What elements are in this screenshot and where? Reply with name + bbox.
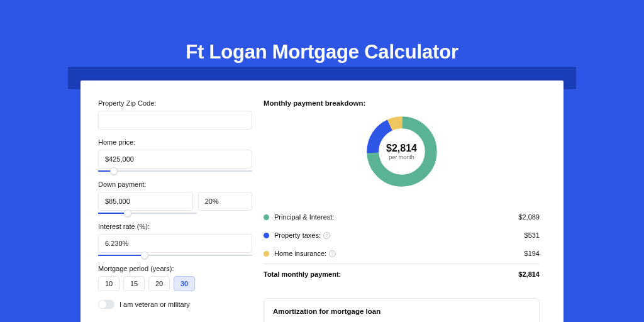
legend-label-text: Home insurance:	[274, 250, 326, 257]
down-payment-row	[98, 192, 252, 211]
veteran-row: I am veteran or military	[98, 300, 252, 309]
form-column: Property Zip Code: Home price: Down paym…	[98, 99, 252, 322]
zip-label: Property Zip Code:	[98, 99, 252, 107]
legend-value: $194	[525, 250, 540, 257]
slider-thumb[interactable]	[141, 252, 148, 259]
donut-wrap: $2,814 per month	[264, 113, 540, 190]
period-btn-30[interactable]: 30	[174, 276, 195, 291]
total-label: Total monthly payment:	[264, 270, 518, 278]
total-row: Total monthly payment: $2,814	[264, 264, 540, 284]
donut-value: $2,814	[386, 143, 417, 154]
zip-input[interactable]	[98, 111, 252, 130]
breakdown-title: Monthly payment breakdown:	[264, 99, 540, 107]
legend-dot	[264, 251, 269, 257]
slider-fill	[98, 213, 128, 214]
interest-slider[interactable]	[98, 255, 252, 256]
down-payment-slider[interactable]	[98, 213, 197, 214]
slider-thumb[interactable]	[110, 167, 118, 175]
legend-label-text: Principal & Interest:	[274, 213, 334, 221]
total-value: $2,814	[518, 270, 540, 278]
breakdown-column: Monthly payment breakdown: $2,814 per mo…	[264, 99, 540, 322]
down-payment-label: Down payment:	[98, 180, 252, 188]
legend-row: Principal & Interest:$2,089	[264, 208, 540, 226]
slider-fill	[98, 255, 145, 256]
legend-row: Property taxes:?$531	[264, 226, 540, 244]
home-price-group: Home price:	[98, 138, 252, 172]
down-payment-group: Down payment:	[98, 180, 252, 214]
legend-dot	[264, 214, 269, 220]
legend-label: Home insurance:?	[274, 250, 525, 257]
period-btn-15[interactable]: 15	[123, 276, 145, 291]
home-price-input[interactable]	[98, 150, 252, 169]
amortization-title: Amortization for mortgage loan	[273, 308, 530, 315]
donut-center: $2,814 per month	[364, 113, 440, 190]
legend: Principal & Interest:$2,089Property taxe…	[264, 208, 540, 262]
home-price-label: Home price:	[98, 138, 252, 146]
veteran-label: I am veteran or military	[119, 301, 190, 308]
legend-label: Property taxes:?	[274, 231, 525, 239]
period-btn-20[interactable]: 20	[148, 276, 170, 291]
legend-label: Principal & Interest:	[274, 213, 518, 221]
page-title: Ft Logan Mortgage Calculator	[0, 41, 644, 64]
legend-dot	[264, 233, 269, 238]
veteran-toggle[interactable]	[98, 300, 114, 309]
down-payment-pct-input[interactable]	[198, 192, 252, 211]
home-price-slider[interactable]	[98, 170, 252, 172]
legend-label-text: Property taxes:	[274, 231, 321, 239]
content-columns: Property Zip Code: Home price: Down paym…	[80, 80, 564, 322]
period-group: Mortgage period (years): 10152030	[98, 265, 252, 291]
interest-input[interactable]	[98, 234, 252, 253]
legend-value: $2,089	[518, 213, 540, 221]
help-icon[interactable]: ?	[323, 232, 330, 239]
legend-row: Home insurance:?$194	[264, 244, 540, 262]
donut-chart: $2,814 per month	[364, 113, 440, 190]
down-payment-input[interactable]	[98, 192, 193, 211]
amortization-card: Amortization for mortgage loan Amortizat…	[264, 298, 540, 322]
period-buttons: 10152030	[98, 276, 252, 291]
slider-thumb[interactable]	[124, 209, 131, 217]
zip-group: Property Zip Code:	[98, 99, 252, 130]
interest-group: Interest rate (%):	[98, 223, 252, 256]
calculator-card: Property Zip Code: Home price: Down paym…	[80, 80, 564, 322]
help-icon[interactable]: ?	[329, 250, 336, 257]
donut-sub: per month	[389, 154, 414, 160]
interest-label: Interest rate (%):	[98, 223, 252, 230]
legend-value: $531	[525, 231, 540, 239]
period-btn-10[interactable]: 10	[98, 276, 119, 291]
period-label: Mortgage period (years):	[98, 265, 252, 272]
